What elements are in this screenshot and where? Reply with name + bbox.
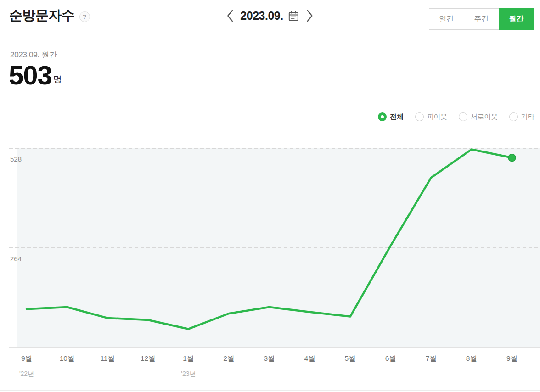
- x-tick-label-month: 10월: [60, 354, 75, 362]
- x-tick-label-month: 11월: [100, 354, 115, 362]
- prev-period-button[interactable]: [226, 9, 234, 22]
- x-tick-label-year: '22년: [19, 370, 34, 377]
- x-tick-label-month: 8월: [466, 354, 477, 362]
- x-tick-label-month: 2월: [223, 354, 234, 362]
- x-tick-label-month: 4월: [304, 354, 315, 362]
- legend-label: 피이웃: [427, 112, 447, 121]
- x-tick-label-month: 1월: [183, 354, 194, 362]
- last-data-point-dot[interactable]: [508, 154, 516, 162]
- period-daily-button[interactable]: 일간: [429, 8, 464, 30]
- x-tick-label-month: 5월: [345, 354, 356, 362]
- x-tick-label-month: 6월: [385, 354, 396, 362]
- legend-option-all[interactable]: 전체: [378, 112, 403, 121]
- legend-option-mutual-neighbor[interactable]: 서로이웃: [459, 112, 498, 121]
- page-title: 순방문자수: [9, 6, 75, 25]
- summary-value: 503: [9, 62, 52, 89]
- period-toggle-group: 일간 주간 월간: [429, 8, 534, 30]
- summary-period-label: 2023.09. 월간: [10, 50, 62, 60]
- legend-option-etc[interactable]: 기타: [509, 112, 534, 121]
- period-weekly-button[interactable]: 주간: [464, 8, 499, 30]
- chevron-right-icon: [306, 9, 314, 22]
- x-tick-label-month: 9월: [506, 354, 518, 362]
- legend-label: 서로이웃: [471, 112, 498, 121]
- y-tick-label: 264: [10, 255, 22, 263]
- radio-unselected-icon: [415, 112, 424, 121]
- x-tick-label-month: 12월: [141, 354, 156, 362]
- series-legend: 전체 피이웃 서로이웃 기타: [378, 112, 534, 121]
- summary-unit: 명: [53, 73, 62, 89]
- next-period-button[interactable]: [306, 9, 314, 22]
- x-tick-label-month: 3월: [264, 354, 275, 362]
- bottom-divider: [0, 390, 540, 391]
- radio-unselected-icon: [459, 112, 467, 121]
- help-icon[interactable]: ?: [79, 11, 90, 22]
- chevron-left-icon: [226, 9, 234, 22]
- period-monthly-button[interactable]: 월간: [499, 8, 534, 30]
- radio-unselected-icon: [509, 112, 518, 121]
- top-toolbar: 순방문자수 ? 2023.09. 일간 주간: [0, 0, 540, 40]
- header-divider: [0, 40, 540, 40]
- legend-label: 기타: [521, 112, 534, 121]
- date-label: 2023.09.: [240, 9, 283, 22]
- x-axis-line: [9, 347, 540, 348]
- date-nav: 2023.09.: [226, 9, 314, 22]
- x-tick-label-month: 9월: [21, 354, 32, 362]
- x-tick-label-year: '23년: [181, 370, 196, 377]
- y-tick-label: 528: [10, 155, 22, 163]
- calendar-icon[interactable]: [288, 10, 300, 22]
- radio-selected-icon: [378, 112, 387, 121]
- x-tick-label-month: 7월: [426, 354, 437, 362]
- legend-option-one-way-neighbor[interactable]: 피이웃: [415, 112, 447, 121]
- legend-label: 전체: [390, 112, 403, 121]
- summary-block: 2023.09. 월간 503 명: [10, 50, 62, 89]
- visitors-line-chart: 5282649월10월11월12월1월2월3월4월5월6월7월8월9월'22년'…: [0, 138, 540, 392]
